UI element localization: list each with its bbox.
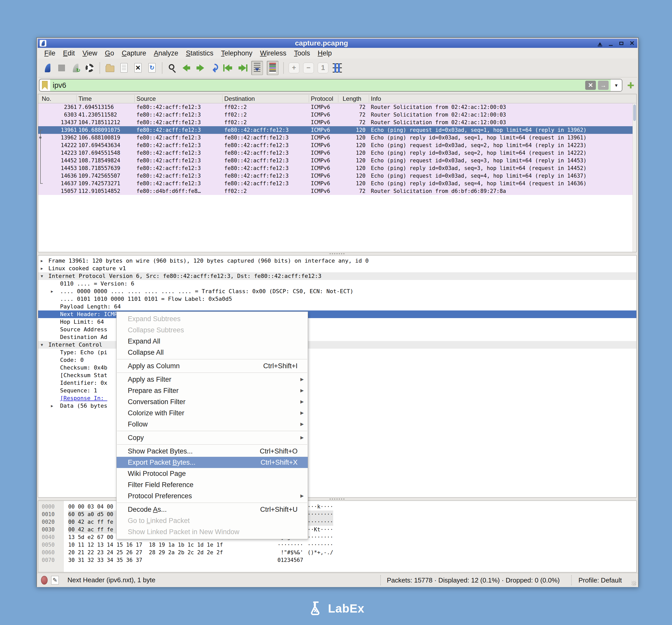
column-divider[interactable] bbox=[369, 95, 369, 102]
expert-info-icon[interactable] bbox=[41, 576, 48, 584]
tree-row[interactable]: ▶Linux cooked capture v1 bbox=[38, 265, 637, 272]
chevron-down-icon[interactable]: ▼ bbox=[41, 272, 43, 280]
context-item-collapse-all[interactable]: Collapse All bbox=[117, 347, 308, 358]
ascii-group1[interactable]: ········ bbox=[278, 541, 303, 549]
hex-row[interactable]: 006020 21 22 23 24 25 26 2728 29 2a 2b 2… bbox=[38, 549, 637, 556]
context-item-apply-as-filter[interactable]: Apply as Filter▶ bbox=[117, 374, 308, 385]
resize-grip-icon[interactable] bbox=[631, 581, 636, 585]
column-divider[interactable] bbox=[338, 95, 338, 102]
ascii-group1[interactable]: !"#$%&' bbox=[278, 549, 303, 556]
context-item-colorize-with-filter[interactable]: Colorize with Filter▶ bbox=[117, 407, 308, 418]
packet-row[interactable]: 13437104.718511212fe80::42:acff:fe12:3ff… bbox=[38, 119, 637, 126]
auto-scroll-toggle[interactable] bbox=[251, 61, 263, 75]
clear-filter-button[interactable]: ✕ bbox=[585, 81, 596, 90]
tree-row[interactable]: ▶Frame 13961: 120 bytes on wire (960 bit… bbox=[38, 257, 637, 265]
context-item-wiki-protocol-page[interactable]: Wiki Protocol Page bbox=[117, 468, 308, 479]
packet-row[interactable]: 14452108.718549824fe80::42:acff:fe12:3fe… bbox=[38, 157, 637, 164]
packet-row[interactable]: 630341.230511582fe80::42:acff:fe12:3ff02… bbox=[38, 111, 637, 119]
zoom-100-button[interactable]: 1 bbox=[318, 61, 328, 75]
context-item-expand-all[interactable]: Expand All bbox=[117, 336, 308, 347]
ascii-group2[interactable]: ········ bbox=[308, 533, 333, 541]
packet-row[interactable]: 13962106.688100819fe80::42:acff:fe12:3fe… bbox=[38, 134, 637, 142]
next-packet-button[interactable] bbox=[195, 61, 206, 75]
chevron-right-icon[interactable]: ▶ bbox=[51, 402, 53, 410]
chevron-right-icon[interactable]: ▶ bbox=[51, 288, 53, 295]
hex-bytes-group2[interactable]: 18 19 1a 1b 1c 1d 1e 1f bbox=[149, 541, 223, 549]
maximize-icon[interactable] bbox=[618, 40, 625, 47]
start-capture-button[interactable] bbox=[43, 61, 53, 75]
add-filter-button[interactable]: + bbox=[625, 80, 636, 90]
hex-row[interactable]: 005010 11 12 13 14 15 16 1718 19 1a 1b 1… bbox=[38, 541, 637, 549]
menu-view[interactable]: View bbox=[79, 48, 101, 58]
ascii-group2[interactable]: ········ bbox=[308, 518, 333, 526]
stop-capture-button[interactable] bbox=[56, 61, 67, 75]
packet-list-scrollbar[interactable] bbox=[632, 103, 637, 252]
context-item-go-to-linked-packet[interactable]: Go to Linked Packet bbox=[117, 515, 308, 526]
last-packet-button[interactable] bbox=[237, 61, 247, 75]
menu-file[interactable]: File bbox=[41, 48, 59, 58]
column-header-destination[interactable]: Destination bbox=[224, 95, 255, 102]
packet-row[interactable]: 14223107.694551548fe80::42:acff:fe12:3fe… bbox=[38, 149, 637, 157]
menu-statistics[interactable]: Statistics bbox=[182, 48, 217, 58]
hex-bytes-group1[interactable]: 20 21 22 23 24 25 26 27 bbox=[68, 549, 142, 556]
scrollbar-thumb[interactable] bbox=[633, 104, 636, 121]
tree-row[interactable]: 0110 .... = Version: 6 bbox=[38, 280, 637, 288]
context-item-filter-field-reference[interactable]: Filter Field Reference bbox=[117, 479, 308, 490]
status-profile[interactable]: Profile: Default bbox=[571, 575, 622, 585]
zoom-out-button[interactable]: − bbox=[303, 61, 314, 75]
ascii-group2[interactable]: ········ bbox=[308, 510, 333, 518]
hex-bytes-group1[interactable]: 10 11 12 13 14 15 16 17 bbox=[68, 541, 142, 549]
column-header-info[interactable]: Info bbox=[371, 95, 381, 102]
packet-row[interactable]: 14453108.718557639fe80::42:acff:fe12:3fe… bbox=[38, 164, 637, 172]
column-header-source[interactable]: Source bbox=[137, 95, 156, 102]
splitter-list-details[interactable] bbox=[38, 252, 637, 255]
context-item-follow[interactable]: Follow▶ bbox=[117, 418, 308, 430]
titlebar[interactable]: capture.pcapng bbox=[38, 39, 638, 48]
menu-capture[interactable]: Capture bbox=[118, 48, 150, 58]
packet-row[interactable]: 15057112.910514852fe80::d4bf:d6ff:fe8…ff… bbox=[38, 187, 637, 195]
previous-packet-button[interactable] bbox=[181, 61, 191, 75]
column-divider[interactable] bbox=[309, 95, 309, 102]
save-file-button[interactable] bbox=[119, 61, 129, 75]
context-item-show-packet-bytes[interactable]: Show Packet Bytes...Ctrl+Shift+O bbox=[117, 446, 308, 457]
menu-edit[interactable]: Edit bbox=[59, 48, 79, 58]
menu-help[interactable]: Help bbox=[314, 48, 336, 58]
context-item-expand-subtrees[interactable]: Expand Subtrees bbox=[117, 313, 308, 324]
hex-row[interactable]: 007030 31 32 33 34 35 36 3701234567 bbox=[38, 556, 637, 564]
menu-go[interactable]: Go bbox=[101, 48, 118, 58]
chevron-right-icon[interactable]: ▶ bbox=[41, 257, 43, 265]
find-packet-button[interactable] bbox=[167, 61, 177, 75]
apply-filter-button[interactable]: → bbox=[598, 81, 608, 90]
packet-row[interactable]: 14222107.694543634fe80::42:acff:fe12:3fe… bbox=[38, 142, 637, 149]
context-item-copy[interactable]: Copy▶ bbox=[117, 432, 308, 443]
ascii-group1[interactable]: 01234567 bbox=[278, 556, 303, 564]
hex-bytes-group1[interactable]: 30 31 32 33 34 35 36 37 bbox=[68, 556, 142, 564]
column-divider[interactable] bbox=[222, 95, 222, 102]
filter-dropdown-caret[interactable]: ▾ bbox=[611, 79, 622, 91]
hex-bytes-group2[interactable]: 28 29 2a 2b 2c 2d 2e 2f bbox=[149, 549, 223, 556]
first-packet-button[interactable] bbox=[223, 61, 234, 75]
packet-row[interactable]: 13961106.688091075fe80::42:acff:fe12:3fe… bbox=[38, 126, 637, 134]
display-filter-input[interactable] bbox=[50, 79, 585, 91]
menu-tools[interactable]: Tools bbox=[290, 48, 314, 58]
shade-icon[interactable] bbox=[597, 40, 603, 47]
restart-capture-button[interactable] bbox=[71, 61, 81, 75]
resize-columns-button[interactable] bbox=[332, 61, 342, 75]
ascii-group2[interactable]: ()*+,-./ bbox=[308, 549, 333, 556]
zoom-in-button[interactable]: + bbox=[289, 61, 299, 75]
capture-options-button[interactable] bbox=[85, 61, 95, 75]
packet-row[interactable]: 14637109.742573271fe80::42:acff:fe12:3fe… bbox=[38, 180, 637, 187]
menu-telephony[interactable]: Telephony bbox=[217, 48, 256, 58]
display-filter-field[interactable]: ✕ → ▾ bbox=[39, 79, 622, 92]
column-header-time[interactable]: Time bbox=[78, 95, 92, 102]
capture-comment-icon[interactable]: ✎ bbox=[51, 576, 59, 584]
context-item-collapse-subtrees[interactable]: Collapse Subtrees bbox=[117, 324, 308, 336]
context-item-apply-as-column[interactable]: Apply as ColumnCtrl+Shift+I bbox=[117, 360, 308, 371]
ascii-group2[interactable]: ········ bbox=[308, 541, 333, 549]
column-divider[interactable] bbox=[76, 95, 77, 102]
column-header-protocol[interactable]: Protocol bbox=[311, 95, 333, 102]
chevron-down-icon[interactable]: ▼ bbox=[41, 341, 43, 348]
reload-file-button[interactable]: ↻ bbox=[147, 61, 157, 75]
go-to-packet-button[interactable]: ↷ bbox=[209, 61, 219, 75]
column-header-length[interactable]: Length bbox=[343, 95, 361, 102]
